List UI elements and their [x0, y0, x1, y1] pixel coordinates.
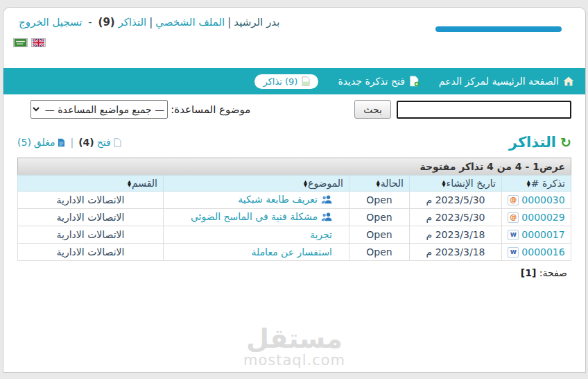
- column-subject[interactable]: الموضوع▲▼: [164, 176, 349, 192]
- department-cell: الاتصالات الادارية: [18, 244, 164, 261]
- column-status[interactable]: الحالة▲▼: [349, 176, 410, 192]
- logout-link[interactable]: تسجيل الخروج: [19, 16, 83, 28]
- page-1-link[interactable]: [1]: [521, 267, 537, 278]
- department-cell: الاتصالات الادارية: [18, 226, 164, 244]
- table-header-row: تذكرة #▲▼ تاريخ الإنشاء▲▼ الحالة▲▼ الموض…: [18, 176, 571, 192]
- new-ticket-icon: [409, 76, 420, 87]
- sort-icon: ▲▼: [128, 180, 131, 188]
- language-switcher: [13, 38, 46, 47]
- nav-tickets-pill[interactable]: (9) تذاكر: [254, 74, 318, 89]
- search-button[interactable]: بحث: [354, 100, 391, 119]
- table-row: @0000030 2023/5/30 م Open تعريف طابعة شب…: [18, 192, 571, 209]
- collaborators-icon: [321, 212, 332, 221]
- ticket-number-link[interactable]: w0000016: [505, 246, 568, 258]
- main-navbar: الصفحة الرئيسية لمركز الدعم فتح تذكرة جد…: [3, 68, 585, 94]
- dash: -: [85, 16, 94, 28]
- status-cell: Open: [349, 192, 410, 209]
- mostaql-watermark: مستقل mostaql.com: [243, 326, 345, 368]
- page-header: بدر الرشيد|الملف الشخصي|التذاكر (9) - تس…: [3, 8, 585, 68]
- uk-flag-icon[interactable]: [31, 38, 46, 47]
- search-input[interactable]: [397, 101, 571, 119]
- status-cell: Open: [349, 209, 410, 226]
- tickets-table: تذكرة #▲▼ تاريخ الإنشاء▲▼ الحالة▲▼ الموض…: [17, 175, 571, 261]
- user-nav: بدر الرشيد|الملف الشخصي|التذاكر (9) - تس…: [19, 16, 279, 28]
- ticket-subject-link[interactable]: استفسار عن معاملة: [251, 246, 332, 258]
- table-caption: عرض1 - 4 من 4 تذاكر مفتوحة: [17, 158, 571, 175]
- column-department[interactable]: القسم▲▼: [18, 176, 164, 192]
- tickets-count: (9): [98, 16, 115, 28]
- nav-new-ticket-link[interactable]: فتح تذكرة جديدة: [338, 76, 419, 87]
- ticket-subject-link[interactable]: مشكلة فنية في الماسح الضوئي: [191, 211, 332, 222]
- tickets-heading-row: ↻ التذاكر فتح (4) |: [17, 134, 571, 151]
- watermark-arabic-logo: مستقل: [243, 326, 345, 352]
- tickets-link[interactable]: التذاكر: [118, 16, 146, 28]
- tickets-title: التذاكر: [509, 134, 556, 151]
- closed-tickets-filter[interactable]: مغلق (5): [17, 137, 65, 148]
- sort-icon: ▲▼: [442, 180, 446, 188]
- created-date-cell: 2023/3/18 م: [410, 226, 502, 244]
- separator: |: [225, 16, 234, 28]
- created-date-cell: 2023/5/30 م: [410, 209, 502, 226]
- created-date-cell: 2023/5/30 م: [410, 192, 502, 209]
- separator: |: [146, 16, 155, 28]
- tickets-table-wrap: عرض1 - 4 من 4 تذاكر مفتوحة تذكرة #▲▼ تار…: [17, 158, 571, 261]
- web-source-icon: w: [508, 230, 519, 240]
- web-source-icon: w: [508, 247, 519, 258]
- tickets-title-group: ↻ التذاكر: [509, 134, 571, 151]
- department-cell: الاتصالات الادارية: [18, 209, 164, 226]
- ticket-number-link[interactable]: w0000017: [505, 229, 568, 240]
- topic-label: موضوع المساعدة:: [171, 103, 250, 116]
- sort-icon: ▲▼: [527, 180, 530, 188]
- table-row: @0000029 2023/5/30 م Open مشكلة فنية في …: [18, 209, 571, 226]
- main-card: بدر الرشيد|الملف الشخصي|التذاكر (9) - تس…: [3, 7, 586, 373]
- department-cell: الاتصالات الادارية: [18, 192, 164, 209]
- separator: |: [70, 137, 74, 148]
- company-logo-redacted: [435, 26, 562, 32]
- email-source-icon: @: [508, 212, 519, 223]
- search-row: بحث موضوع المساعدة: — جميع مواضيع المساع…: [17, 100, 571, 119]
- topic-select[interactable]: — جميع مواضيع المساعدة —: [31, 100, 168, 119]
- open-doc-icon: [114, 138, 121, 147]
- status-cell: Open: [349, 244, 410, 261]
- watermark-domain: mostaql.com: [243, 353, 345, 368]
- saudi-flag-icon[interactable]: [13, 38, 28, 47]
- tickets-tbody: @0000030 2023/5/30 م Open تعريف طابعة شب…: [18, 192, 571, 261]
- collaborators-icon: [321, 195, 332, 204]
- table-row: w0000016 2023/3/18 م Open استفسار عن معا…: [18, 244, 571, 261]
- sort-icon: ▲▼: [304, 180, 307, 188]
- home-icon: [563, 76, 574, 86]
- column-ticket-id[interactable]: تذكرة #▲▼: [502, 176, 571, 192]
- ticket-subject-link[interactable]: تعريف طابعة شبكية: [238, 194, 332, 205]
- page-label: صفحة:: [539, 267, 567, 278]
- ticket-doc-icon: [302, 76, 310, 86]
- ticket-number-link[interactable]: @0000029: [505, 212, 568, 223]
- open-tickets-filter[interactable]: فتح (4): [78, 137, 121, 148]
- refresh-icon[interactable]: ↻: [560, 136, 571, 149]
- closed-doc-icon: [58, 138, 65, 147]
- ticket-number-link[interactable]: @0000030: [505, 194, 568, 205]
- created-date-cell: 2023/3/18 م: [410, 244, 502, 261]
- column-created-date[interactable]: تاريخ الإنشاء▲▼: [410, 176, 502, 192]
- email-source-icon: @: [508, 195, 519, 205]
- table-row: w0000017 2023/3/18 م Open تجربة الاتصالا…: [18, 226, 571, 244]
- username: بدر الرشيد: [234, 16, 279, 28]
- ticket-filters: فتح (4) | مغلق (5): [17, 137, 121, 148]
- pager: صفحة: [1]: [21, 267, 567, 278]
- ticket-subject-link[interactable]: تجربة: [310, 229, 332, 240]
- status-cell: Open: [349, 226, 410, 244]
- sort-icon: ▲▼: [377, 180, 380, 188]
- nav-home-link[interactable]: الصفحة الرئيسية لمركز الدعم: [439, 76, 574, 87]
- profile-link[interactable]: الملف الشخصي: [155, 16, 225, 28]
